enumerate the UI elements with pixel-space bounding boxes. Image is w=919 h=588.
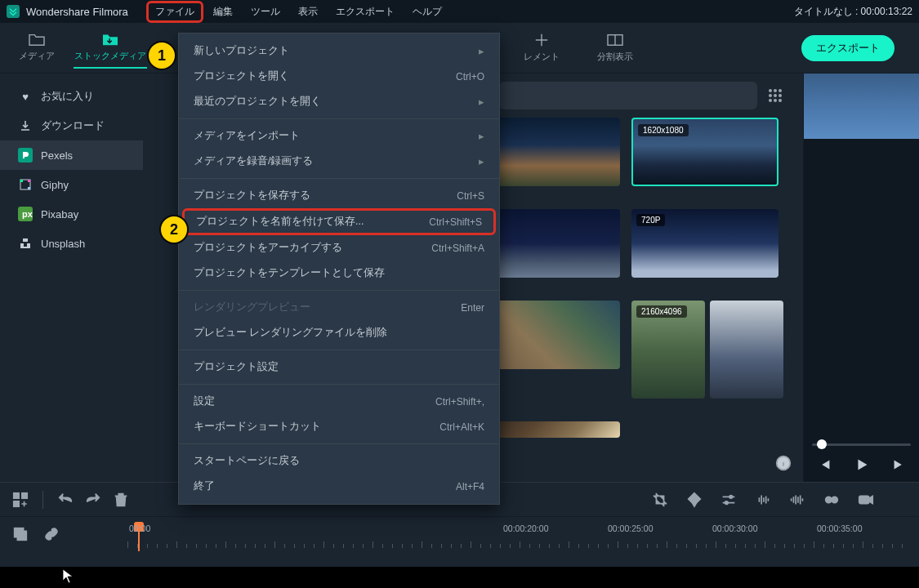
folder-arrow-icon	[101, 32, 119, 47]
giphy-icon	[18, 177, 33, 192]
tab-element[interactable]: レメント	[505, 28, 578, 68]
menu-open-project[interactable]: プロジェクトを開くCtrl+O	[179, 64, 499, 89]
preview-panel	[803, 74, 919, 482]
svg-point-14	[769, 94, 772, 97]
play-icon[interactable]	[853, 456, 871, 474]
menu-back-to-start[interactable]: スタートページに戻る	[179, 448, 499, 474]
svg-point-17	[769, 99, 772, 102]
sidebar: ♥ お気に入り ダウンロード Pexels Giphy px Pixabay U…	[0, 74, 143, 482]
menu-import-media[interactable]: メディアをインポート	[179, 123, 499, 149]
menu-save-project-as[interactable]: プロジェクトを名前を付けて保存...Ctrl+Shift+S	[182, 208, 496, 235]
menu-keyboard-shortcuts[interactable]: キーボードショートカットCtrl+Alt+K	[179, 414, 499, 439]
svg-point-27	[725, 501, 728, 504]
svg-rect-32	[17, 531, 26, 540]
menu-view[interactable]: 表示	[290, 2, 326, 22]
file-menu-dropdown: 新しいプロジェクト プロジェクトを開くCtrl+O 最近のプロジェクトを開く メ…	[178, 33, 500, 505]
menu-exit[interactable]: 終了Alt+F4	[179, 474, 499, 499]
svg-point-26	[729, 495, 733, 498]
undo-icon[interactable]	[56, 491, 74, 509]
sparkle-icon	[533, 33, 551, 47]
link-icon2[interactable]	[823, 491, 841, 509]
menu-project-settings[interactable]: プロジェクト設定	[179, 354, 499, 380]
annotation-1: 1	[147, 41, 176, 70]
add-track-icon[interactable]	[11, 491, 29, 509]
svg-rect-25	[14, 501, 19, 506]
svg-point-16	[778, 94, 782, 97]
menu-file[interactable]: ファイル	[146, 1, 203, 23]
svg-rect-5	[20, 180, 23, 182]
menu-edit[interactable]: 編集	[205, 2, 241, 22]
heart-icon: ♥	[18, 89, 33, 104]
svg-rect-30	[859, 496, 869, 503]
link-icon[interactable]	[42, 525, 60, 543]
svg-point-11	[769, 89, 772, 92]
sidebar-pexels[interactable]: Pexels	[0, 140, 143, 170]
menu-render-preview: レンダリングプレビューEnter	[179, 295, 499, 320]
preview-image	[804, 74, 919, 139]
audio-wave-icon[interactable]	[754, 491, 772, 509]
split-icon	[606, 33, 624, 47]
app-title: Wondershare Filmora	[26, 6, 128, 18]
svg-point-13	[778, 89, 782, 92]
menu-record-media[interactable]: メディアを録音/録画する	[179, 149, 499, 174]
menu-archive-project[interactable]: プロジェクトをアーカイブするCtrl+Shift+A	[179, 235, 499, 261]
resolution-badge: 1620x1080	[638, 124, 689, 136]
info-icon[interactable]	[774, 454, 792, 472]
pixabay-icon: px	[18, 207, 33, 221]
media-thumb[interactable]	[710, 301, 783, 399]
svg-rect-7	[28, 187, 30, 189]
search-input[interactable]	[499, 82, 757, 109]
menu-save-as-template[interactable]: プロジェクトをテンプレートとして保存	[179, 261, 499, 286]
svg-rect-10	[23, 238, 28, 242]
unsplash-icon	[18, 236, 33, 251]
tab-media[interactable]: メディア	[0, 27, 74, 69]
svg-rect-24	[22, 492, 27, 497]
audio-wave2-icon[interactable]	[788, 491, 806, 509]
sidebar-pixabay[interactable]: px Pixabay	[0, 199, 143, 229]
step-back-icon[interactable]	[815, 456, 833, 474]
sidebar-giphy[interactable]: Giphy	[0, 170, 143, 199]
menubar: ファイル 編集 ツール 表示 エクスポート ヘルプ	[146, 1, 450, 23]
svg-point-19	[778, 99, 782, 102]
svg-rect-6	[28, 180, 30, 182]
menu-new-project[interactable]: 新しいプロジェクト	[179, 38, 499, 64]
menu-settings[interactable]: 設定Ctrl+Shift+,	[179, 389, 499, 414]
media-thumb-selected[interactable]: 1620x1080	[631, 118, 778, 186]
timeline-ruler[interactable]: 00:00 00:00:20:00 00:00:25:00 00:00:30:0…	[127, 523, 919, 548]
delete-icon[interactable]	[112, 491, 130, 509]
svg-rect-23	[14, 492, 19, 497]
media-thumb[interactable]: 2160x4096	[631, 301, 705, 399]
step-forward-icon[interactable]	[890, 456, 908, 474]
sidebar-downloads[interactable]: ダウンロード	[0, 111, 143, 140]
svg-point-18	[774, 99, 777, 102]
download-icon	[18, 118, 33, 133]
menu-save-project[interactable]: プロジェクトを保存するCtrl+S	[179, 183, 499, 208]
menu-recent-projects[interactable]: 最近のプロジェクトを開く	[179, 89, 499, 114]
svg-point-15	[774, 94, 777, 97]
menu-tools[interactable]: ツール	[243, 2, 288, 22]
tab-stock-media[interactable]: ストックメディア	[74, 27, 147, 69]
crop-icon[interactable]	[651, 491, 669, 509]
project-title-timecode: タイトルなし : 00:00:13:22	[794, 5, 912, 19]
sidebar-unsplash[interactable]: Unsplash	[0, 229, 143, 258]
sidebar-favorites[interactable]: ♥ お気に入り	[0, 82, 143, 111]
resolution-badge: 720P	[636, 214, 665, 226]
export-button[interactable]: エクスポート	[801, 35, 894, 61]
tab-split-view[interactable]: 分割表示	[578, 28, 652, 68]
resolution-badge: 2160x4096	[636, 305, 687, 318]
marker-icon[interactable]	[685, 491, 703, 509]
record-icon[interactable]	[857, 491, 875, 509]
grid-view-icon[interactable]	[767, 87, 783, 104]
new-item-icon[interactable]	[11, 525, 29, 543]
menu-help[interactable]: ヘルプ	[404, 2, 450, 22]
redo-icon[interactable]	[84, 491, 102, 509]
media-thumb[interactable]: 720P	[631, 209, 778, 278]
adjust-icon[interactable]	[720, 491, 738, 509]
menu-delete-render-files[interactable]: プレビュー レンダリングファイルを削除	[179, 320, 499, 345]
app-logo-icon	[7, 5, 20, 18]
menu-export[interactable]: エクスポート	[328, 2, 403, 22]
preview-scrubber[interactable]	[812, 443, 911, 446]
annotation-2: 2	[159, 215, 189, 244]
svg-point-12	[774, 89, 777, 92]
svg-point-28	[826, 497, 832, 502]
